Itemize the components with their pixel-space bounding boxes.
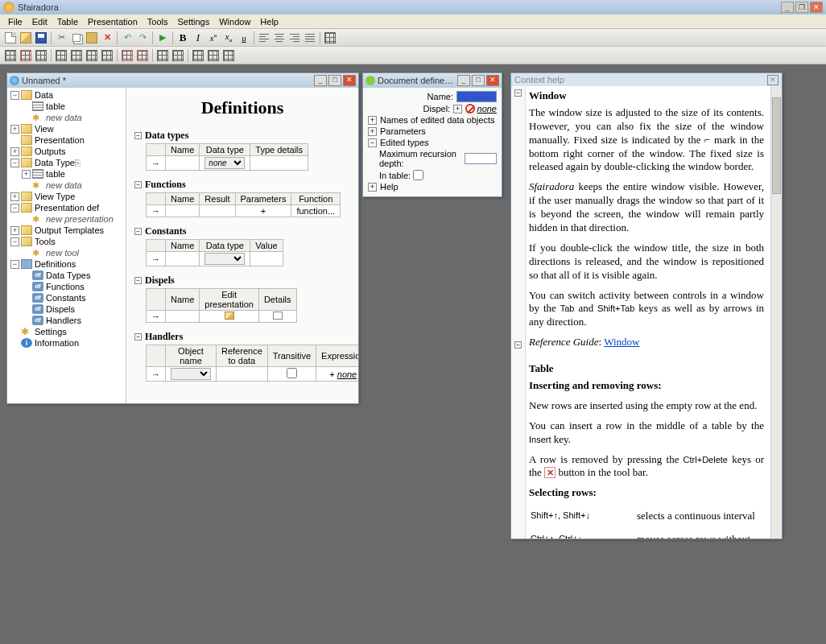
tool2-7[interactable] xyxy=(100,48,114,63)
tree-item[interactable]: new tool xyxy=(9,247,124,258)
expand-icon[interactable]: + xyxy=(368,183,377,192)
window-unnamed-titlebar[interactable]: Unnamed * _ □ ✕ xyxy=(7,73,358,88)
tool2-11[interactable] xyxy=(171,48,185,63)
tree-item[interactable]: new presentation xyxy=(9,213,124,225)
max-button[interactable]: □ xyxy=(472,75,485,86)
menu-window[interactable]: Window xyxy=(214,15,255,28)
menu-file[interactable]: File xyxy=(3,15,27,28)
window-doc-titlebar[interactable]: Document defined... _ □ ✕ xyxy=(363,73,502,88)
tree-item[interactable]: new data xyxy=(9,112,124,123)
tree-item[interactable]: −Data xyxy=(9,89,124,101)
max-button[interactable]: □ xyxy=(328,75,341,86)
collapse-icon[interactable]: − xyxy=(514,341,522,349)
menu-presentation[interactable]: Presentation xyxy=(83,15,142,28)
close-button[interactable]: ✕ xyxy=(486,75,499,86)
paste-button[interactable] xyxy=(85,31,99,45)
align-right-button[interactable] xyxy=(287,31,302,45)
tree-item[interactable]: new data xyxy=(9,180,124,191)
tree-item[interactable]: −Definitions xyxy=(9,258,124,270)
tree-item[interactable]: Presentation xyxy=(9,134,124,146)
table-button[interactable] xyxy=(323,31,337,45)
datatypes-table[interactable]: NameData typeType details →none xyxy=(146,143,308,171)
tool2-2[interactable] xyxy=(19,48,33,63)
new-button[interactable] xyxy=(3,31,18,45)
menu-edit[interactable]: Edit xyxy=(27,15,52,28)
superscript-button[interactable]: xa xyxy=(206,31,221,45)
tool2-4[interactable] xyxy=(54,48,68,63)
dispels-table[interactable]: NameEdit presentationDetails → xyxy=(146,288,297,323)
close-button[interactable]: ✕ xyxy=(810,2,823,13)
datatype-select[interactable]: none xyxy=(204,157,245,169)
scrollbar[interactable] xyxy=(770,86,782,539)
handlers-table[interactable]: Object nameReference to dataTransitiveEx… xyxy=(146,345,358,382)
tree-item[interactable]: table xyxy=(9,101,124,112)
expand-icon[interactable]: + xyxy=(368,116,377,125)
tree-item[interactable]: dfDispels xyxy=(9,303,124,315)
close-button[interactable]: ✕ xyxy=(767,75,779,85)
save-button[interactable] xyxy=(34,31,48,45)
scrollbar-thumb[interactable] xyxy=(772,97,781,194)
collapse-icon[interactable]: − xyxy=(368,138,377,147)
tool2-14[interactable] xyxy=(221,48,236,63)
tree-item[interactable]: −Presentation def xyxy=(9,202,124,213)
copy-button[interactable] xyxy=(69,31,84,45)
tree-item[interactable]: iInformation xyxy=(9,337,124,349)
expand-icon[interactable]: + xyxy=(453,105,462,114)
tree-item[interactable]: dfData Types xyxy=(9,270,124,281)
tool2-6[interactable] xyxy=(85,48,99,63)
align-justify-button[interactable] xyxy=(303,31,317,45)
tree-item[interactable]: dfFunctions xyxy=(9,281,124,292)
window-link[interactable]: Window xyxy=(604,336,639,348)
tree-item[interactable]: −Tools xyxy=(9,236,124,247)
min-button[interactable]: _ xyxy=(314,75,327,86)
tree-item[interactable]: +table xyxy=(9,168,124,180)
transitive-checkbox[interactable] xyxy=(287,368,297,378)
tree-panel[interactable]: −Datatablenew data+ViewPresentation+Outp… xyxy=(7,88,126,403)
const-type-select[interactable] xyxy=(204,253,245,265)
underline-button[interactable]: u xyxy=(237,31,251,45)
menu-table[interactable]: Table xyxy=(52,15,83,28)
collapse-icon[interactable]: − xyxy=(514,89,522,97)
tree-item[interactable]: +Outputs xyxy=(9,146,124,157)
tree-item[interactable]: ✱Settings xyxy=(9,326,124,337)
cut-button[interactable]: ✂ xyxy=(54,31,68,45)
handler-obj-select[interactable] xyxy=(171,368,211,380)
menu-help[interactable]: Help xyxy=(255,15,283,28)
redo-button[interactable]: ↷ xyxy=(135,31,150,45)
menu-tools[interactable]: Tools xyxy=(142,15,173,28)
tool2-10[interactable] xyxy=(155,48,170,63)
undo-button[interactable]: ↶ xyxy=(120,31,134,45)
open-button[interactable] xyxy=(19,31,33,45)
italic-button[interactable]: I xyxy=(191,31,205,45)
tool2-3[interactable] xyxy=(34,48,48,63)
tool2-8[interactable] xyxy=(120,48,134,63)
tool2-13[interactable] xyxy=(206,48,221,63)
tool2-5[interactable] xyxy=(69,48,84,63)
bold-button[interactable]: B xyxy=(176,31,190,45)
collapse-icon[interactable]: − xyxy=(134,333,142,341)
help-titlebar[interactable]: Context help ✕ xyxy=(511,73,782,86)
min-button[interactable]: _ xyxy=(457,75,470,86)
align-center-button[interactable] xyxy=(272,31,287,45)
delete-button[interactable]: ✕ xyxy=(100,31,114,45)
menu-settings[interactable]: Settings xyxy=(172,15,214,28)
tree-item[interactable]: +Output Templates xyxy=(9,225,124,236)
align-left-button[interactable] xyxy=(257,31,271,45)
tree-item[interactable]: +View xyxy=(9,123,124,134)
close-button[interactable]: ✕ xyxy=(343,75,356,86)
intable-checkbox[interactable] xyxy=(413,170,423,180)
constants-table[interactable]: NameData typeValue → xyxy=(146,239,283,266)
subscript-button[interactable]: xa xyxy=(221,31,236,45)
functions-table[interactable]: NameResultParametersFunction →+function.… xyxy=(146,192,341,217)
tree-item[interactable]: dfConstants xyxy=(9,292,124,303)
tree-item[interactable]: −Data Type ⎘ xyxy=(9,157,124,168)
tool2-9[interactable] xyxy=(135,48,150,63)
name-input[interactable] xyxy=(456,91,497,102)
tree-item[interactable]: dfHandlers xyxy=(9,315,124,326)
collapse-icon[interactable]: − xyxy=(134,228,142,235)
minimize-button[interactable]: _ xyxy=(781,2,794,13)
restore-button[interactable]: ❐ xyxy=(795,2,808,13)
collapse-icon[interactable]: − xyxy=(134,132,142,139)
collapse-icon[interactable]: − xyxy=(134,277,142,284)
tree-item[interactable]: +View Type xyxy=(9,191,124,202)
